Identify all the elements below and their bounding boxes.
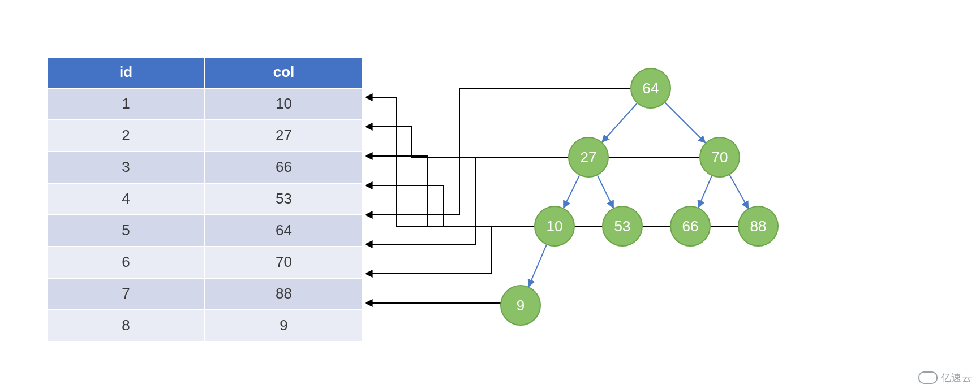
cell-id: 1: [47, 88, 205, 120]
svg-line-1: [665, 102, 705, 142]
svg-line-6: [528, 245, 547, 287]
svg-line-2: [564, 175, 579, 208]
data-table: id col 110 227 366 453 564 670 788 89: [46, 57, 363, 342]
svg-line-5: [730, 175, 749, 208]
cell-col: 66: [205, 152, 363, 183]
tree-node: 10: [534, 206, 575, 247]
cell-col: 64: [205, 215, 363, 247]
svg-line-4: [698, 176, 712, 208]
cell-id: 3: [47, 152, 205, 183]
tree-node: 64: [630, 68, 671, 109]
watermark: 亿速云: [918, 371, 973, 384]
svg-line-3: [598, 175, 613, 208]
cell-id: 7: [47, 278, 205, 310]
table-row: 227: [47, 120, 363, 152]
cell-id: 8: [47, 310, 205, 342]
table-row: 564: [47, 215, 363, 247]
cell-id: 4: [47, 183, 205, 215]
svg-line-0: [602, 103, 637, 142]
cell-col: 9: [205, 310, 363, 342]
cell-col: 53: [205, 183, 363, 215]
tree-edges: [528, 102, 748, 286]
table-row: 89: [47, 310, 363, 342]
cell-id: 2: [47, 120, 205, 152]
diagram-canvas: id col 110 227 366 453 564 670 788 89: [0, 0, 980, 389]
tree-node: 88: [738, 206, 779, 247]
watermark-text: 亿速云: [941, 371, 973, 384]
table-row: 110: [47, 88, 363, 120]
th-id: id: [47, 57, 205, 88]
cell-id: 6: [47, 247, 205, 278]
cell-col: 70: [205, 247, 363, 278]
cloud-icon: [918, 371, 938, 384]
tree-node: 27: [568, 137, 609, 178]
cell-id: 5: [47, 215, 205, 247]
tree-node: 53: [602, 206, 643, 247]
tree-node: 9: [500, 285, 541, 326]
th-col: col: [205, 57, 363, 88]
tree-node: 66: [670, 206, 711, 247]
cell-col: 10: [205, 88, 363, 120]
table-row: 670: [47, 247, 363, 278]
table-row: 788: [47, 278, 363, 310]
table-row: 453: [47, 183, 363, 215]
tree-node: 70: [699, 137, 740, 178]
cell-col: 27: [205, 120, 363, 152]
cell-col: 88: [205, 278, 363, 310]
table-row: 366: [47, 152, 363, 183]
mapping-links: [366, 88, 738, 305]
